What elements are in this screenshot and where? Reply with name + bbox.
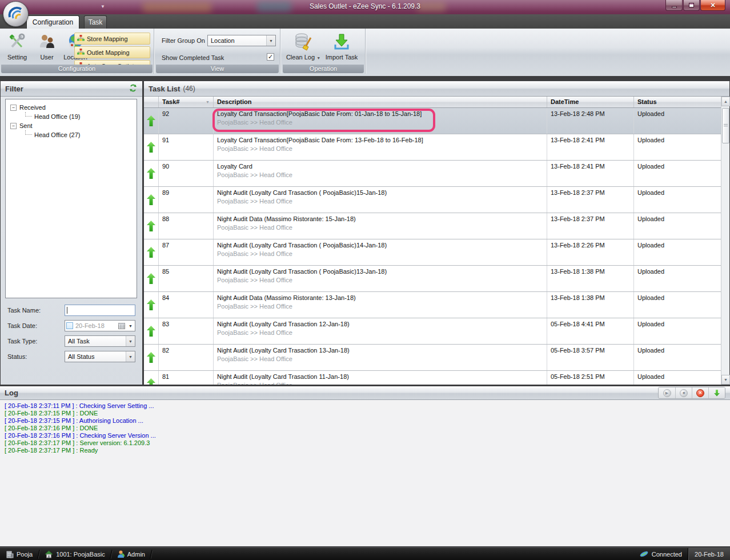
- tree-child-item[interactable]: Head Office (19): [25, 112, 134, 121]
- table-row[interactable]: 83 Night Audit (Loyalty Card Trasaction …: [144, 318, 721, 345]
- user-button[interactable]: User: [32, 32, 62, 67]
- cell-description: Night Audit Data (Massimo Ristorante: 15…: [217, 215, 543, 222]
- ribbon-tabstrip: Configuration Task: [0, 14, 730, 29]
- connection-status: Connected: [633, 548, 688, 560]
- show-completed-task-checkbox[interactable]: ✓: [267, 53, 274, 61]
- table-row[interactable]: 92 Loyalty Card Transaction[PoojaBasic D…: [144, 108, 721, 134]
- column-icon[interactable]: [144, 97, 159, 107]
- title-bar: Sales Outlet - eZee Sync - 6.1.209.3 ✕: [0, 0, 730, 14]
- task-type-select[interactable]: All Task ▼: [65, 335, 135, 347]
- table-row[interactable]: 89 Night Audit (Loyalty Card Trasaction …: [144, 187, 721, 213]
- column-status[interactable]: Status: [634, 97, 721, 107]
- quick-access-dropdown[interactable]: ▼: [101, 4, 105, 9]
- table-row[interactable]: 82 Night Audit (Loyalty Card Trasaction …: [144, 345, 721, 371]
- table-row[interactable]: 91 Loyalty Card Transaction[PoojaBasic D…: [144, 134, 721, 161]
- log-play-button[interactable]: ▶: [659, 387, 675, 398]
- cell-route: PoojaBasic >> Head Office: [217, 355, 543, 362]
- collapse-icon[interactable]: −: [10, 105, 17, 111]
- column-datetime[interactable]: DateTime: [547, 97, 634, 107]
- clean-log-label: Clean Log ▼: [286, 54, 320, 61]
- user-label: User: [40, 54, 53, 61]
- vertical-scrollbar[interactable]: ▲ ▼: [721, 97, 729, 385]
- log-stop-button[interactable]: ■: [675, 387, 692, 398]
- status-select[interactable]: All Status ▼: [65, 351, 135, 362]
- minimize-button[interactable]: [665, 0, 683, 11]
- tab-configuration[interactable]: Configuration: [26, 15, 79, 29]
- filter-panel: Filter − Received Head Office (19): [1, 81, 142, 385]
- scroll-down-button[interactable]: ▼: [721, 375, 730, 385]
- store-mapping-button[interactable]: Store Mapping: [74, 33, 150, 45]
- close-button[interactable]: ✕: [700, 0, 725, 11]
- minimize-icon: [672, 6, 677, 8]
- cell-description: Night Audit (Loyalty Card Trasaction ( P…: [217, 242, 543, 249]
- date-checkbox[interactable]: [66, 322, 73, 329]
- table-row[interactable]: 87 Night Audit (Loyalty Card Trasaction …: [144, 239, 721, 266]
- log-clear-button[interactable]: ✕: [692, 387, 708, 398]
- cell-status: Uploaded: [634, 187, 721, 213]
- cell-description: Night Audit (Loyalty Card Trasaction ( P…: [217, 189, 543, 196]
- outlet-mapping-button[interactable]: Outlet Mapping: [74, 46, 150, 58]
- connection-icon: [639, 550, 649, 558]
- refresh-icon[interactable]: [129, 83, 138, 94]
- show-completed-task-label: Show Completed Task: [162, 54, 224, 61]
- upload-arrow-icon: [147, 142, 155, 153]
- tree-child-item[interactable]: Head Office (27): [25, 130, 134, 139]
- scroll-up-button[interactable]: ▲: [721, 97, 730, 106]
- table-row[interactable]: 88 Night Audit Data (Massimo Ristorante:…: [144, 213, 721, 239]
- filter-group-on-select[interactable]: Location ▼: [207, 35, 276, 46]
- cell-datetime: 13-Feb-18 1:38 PM: [547, 292, 634, 318]
- filter-tree[interactable]: − Received Head Office (19) − Sent Head …: [5, 99, 137, 298]
- import-task-button[interactable]: Import Task: [323, 32, 360, 67]
- clean-log-button[interactable]: Clean Log ▼: [286, 32, 320, 67]
- cell-route: PoojaBasic >> Head Office: [217, 171, 543, 178]
- table-row[interactable]: 85 Night Audit (Loyalty Card Trasaction …: [144, 266, 721, 292]
- task-list-panel: Task List (46) Task#▼ Description DateTi…: [144, 81, 729, 385]
- filter-group-on-value: Location: [208, 37, 266, 44]
- table-row[interactable]: 81 Night Audit (Loyalty Card Trasaction …: [144, 371, 721, 385]
- cell-route: PoojaBasic >> Head Office: [217, 382, 543, 385]
- ribbon: Setting User: [0, 29, 730, 78]
- column-description[interactable]: Description: [214, 97, 547, 107]
- cell-datetime: 05-Feb-18 2:51 PM: [547, 371, 634, 385]
- task-rows: 92 Loyalty Card Transaction[PoojaBasic D…: [144, 108, 721, 385]
- cell-task-number: 81: [159, 371, 214, 385]
- company-label: Pooja: [17, 551, 33, 558]
- chevron-down-icon: ▼: [266, 35, 275, 46]
- column-task-number[interactable]: Task#▼: [159, 97, 214, 107]
- status-bar: Pooja 1001: PoojaBasic Admin: [0, 547, 730, 560]
- setting-button[interactable]: Setting: [2, 32, 32, 67]
- scroll-thumb[interactable]: [722, 108, 729, 143]
- user-people-icon: [37, 32, 57, 51]
- table-row[interactable]: 90 Loyalty CardPoojaBasic >> Head Office…: [144, 161, 721, 187]
- app-menu-button[interactable]: [3, 1, 29, 27]
- log-entry: [ 20-Feb-18 2:37:16 PM ] : Checking Serv…: [5, 432, 725, 439]
- collapse-icon[interactable]: −: [10, 123, 17, 129]
- tree-root-item[interactable]: − Sent: [10, 122, 134, 129]
- text-caret: [67, 307, 67, 314]
- log-export-button[interactable]: [708, 387, 725, 398]
- tree-root-label: Received: [19, 104, 46, 111]
- filter-group-on-label: Filter Group On: [162, 37, 205, 44]
- stop-icon: ■: [680, 389, 688, 397]
- user-label: Admin: [127, 551, 145, 558]
- chevron-down-icon[interactable]: ▼: [127, 324, 134, 328]
- cell-task-number: 89: [159, 187, 214, 213]
- chevron-down-icon: ▼: [126, 336, 135, 346]
- cell-description: Night Audit (Loyalty Card Trasaction 13-…: [217, 347, 543, 354]
- filter-panel-title: Filter: [5, 85, 23, 93]
- status-label: Status:: [7, 353, 27, 360]
- tab-task[interactable]: Task: [84, 15, 107, 29]
- cell-route: PoojaBasic >> Head Office: [217, 277, 543, 283]
- window-title: Sales Outlet - eZee Sync - 6.1.209.3: [0, 2, 730, 10]
- log-output[interactable]: [ 20-Feb-18 2:37:11 PM ] : Checking Serv…: [0, 400, 730, 546]
- tree-group: − Sent Head Office (27): [8, 122, 134, 139]
- tree-root-item[interactable]: − Received: [10, 104, 134, 111]
- table-row[interactable]: 84 Night Audit Data (Massimo Ristorante:…: [144, 292, 721, 318]
- upload-arrow-icon: [147, 378, 155, 385]
- task-date-picker[interactable]: 20-Feb-18 ▼: [65, 320, 135, 331]
- upload-arrow-icon: [147, 273, 155, 284]
- restore-button[interactable]: [683, 0, 700, 11]
- upload-arrow-icon: [147, 221, 155, 231]
- cell-description: Night Audit (Loyalty Card Trasaction ( P…: [217, 268, 543, 275]
- task-name-input[interactable]: [65, 305, 135, 316]
